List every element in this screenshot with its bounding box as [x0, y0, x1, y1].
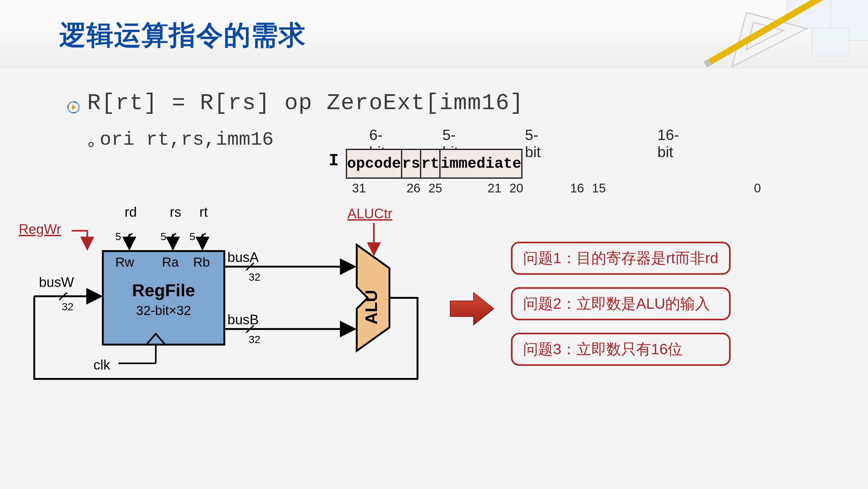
range-0: 0 — [754, 181, 761, 195]
bullet-icon — [67, 101, 80, 114]
svg-marker-50 — [450, 292, 494, 325]
sub-bullet-text: ori rt,rs,imm16 — [100, 128, 274, 151]
svg-text:Rw: Rw — [115, 255, 134, 269]
range-15: 15 — [592, 181, 606, 195]
svg-text:busA: busA — [227, 250, 259, 265]
format-table: opcode rs rt immediate — [346, 149, 523, 179]
slide-title: 逻辑运算指令的需求 — [59, 17, 306, 54]
range-25: 25 — [428, 181, 442, 195]
svg-text:RegFile: RegFile — [132, 280, 195, 300]
svg-text:ALUCtr: ALUCtr — [347, 206, 392, 221]
bit-width-3: 16-bit — [657, 126, 679, 161]
svg-rect-2 — [812, 28, 849, 56]
datapath-diagram: Rw Ra Rb RegFile 32-bit×32 rd rs rt 5 5 … — [16, 203, 436, 396]
svg-text:ALU: ALU — [362, 290, 380, 325]
svg-text:Ra: Ra — [162, 255, 179, 269]
svg-text:clk: clk — [93, 357, 111, 372]
svg-text:32-bit×32: 32-bit×32 — [136, 303, 191, 318]
range-26: 26 — [407, 181, 421, 195]
svg-text:5: 5 — [189, 230, 195, 242]
svg-text:32: 32 — [249, 334, 260, 345]
svg-text:Rb: Rb — [193, 255, 210, 269]
arrow-right-icon — [448, 290, 495, 327]
svg-text:rt: rt — [199, 204, 208, 220]
field-rs: rs — [402, 149, 421, 178]
range-31: 31 — [352, 181, 366, 195]
rtl-expression: R[rt] = R[rs] op ZeroExt[imm16] — [87, 90, 524, 116]
problem-2: 问题2：立即数是ALU的输入 — [511, 287, 731, 320]
field-opcode: opcode — [346, 149, 402, 178]
format-type-label: I — [329, 151, 339, 170]
svg-text:busB: busB — [227, 312, 258, 327]
svg-text:32: 32 — [62, 300, 73, 313]
svg-text:5: 5 — [160, 230, 166, 242]
problem-1: 问题1：目的寄存器是rt而非rd — [511, 242, 731, 275]
range-16: 16 — [570, 181, 584, 195]
field-immediate: immediate — [440, 149, 522, 178]
svg-text:rs: rs — [170, 204, 181, 220]
svg-text:busW: busW — [39, 275, 74, 290]
field-rt: rt — [421, 149, 440, 178]
corner-decoration — [681, 0, 868, 75]
problem-3: 问题3：立即数只有16位 — [511, 333, 731, 366]
svg-text:RegWr: RegWr — [19, 222, 61, 237]
sub-bullet-marker: ∘ — [86, 134, 96, 154]
problem-list: 问题1：目的寄存器是rt而非rd 问题2：立即数是ALU的输入 问题3：立即数只… — [511, 242, 731, 378]
svg-text:5: 5 — [115, 230, 121, 242]
svg-text:rd: rd — [125, 204, 137, 220]
range-21: 21 — [488, 181, 502, 195]
bit-width-2: 5-bit — [525, 126, 541, 161]
svg-text:32: 32 — [249, 271, 260, 283]
svg-marker-11 — [72, 105, 76, 110]
range-20: 20 — [509, 181, 523, 195]
